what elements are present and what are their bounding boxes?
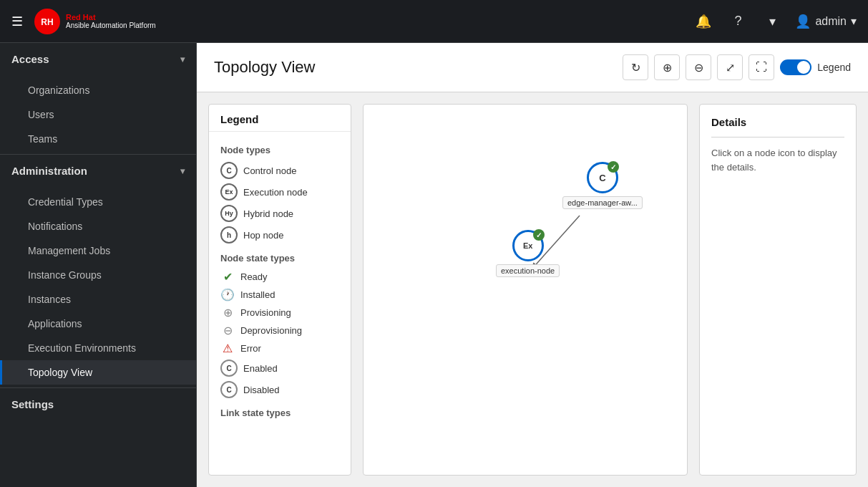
brand-text: Red Hat Ansible Automation Platform	[66, 13, 156, 29]
legend-control-label: Control node	[243, 165, 296, 176]
legend-node-badge-control: C	[220, 162, 238, 179]
page-title: Topology View	[214, 58, 315, 77]
brand-aap: Ansible Automation Platform	[66, 21, 156, 29]
legend-node-types-label: Node types	[220, 145, 339, 155]
details-title: Details	[711, 116, 844, 138]
legend-ready-label: Ready	[240, 271, 268, 282]
topnav-right: 🔔 ? ▾ 👤 admin ▾	[692, 10, 857, 33]
brand: RH Red Hat Ansible Automation Platform	[34, 9, 156, 34]
legend-node-badge-disabled: C	[220, 381, 238, 398]
legend-provisioning-label: Provisioning	[240, 307, 291, 318]
graph-svg	[364, 105, 687, 475]
sidebar-item-instances[interactable]: Instances	[0, 287, 196, 312]
access-items: Organizations Users Teams	[0, 75, 196, 154]
graph-area[interactable]: C ✓ edge-manager-aw... Ex ✓ execution-no…	[363, 104, 688, 476]
fit-icon: ⤢	[726, 61, 735, 74]
zoom-in-button[interactable]: ⊕	[654, 54, 680, 80]
execution-node[interactable]: Ex ✓ execution-node	[496, 230, 560, 277]
topnav-left: ☰ RH Red Hat Ansible Automation Platform	[11, 9, 692, 34]
error-icon: ⚠	[220, 342, 235, 355]
sidebar-item-management-jobs[interactable]: Management Jobs	[0, 238, 196, 263]
legend-enabled-label: Enabled	[243, 363, 278, 374]
execution-node-type: Ex	[523, 241, 532, 250]
sidebar-section-settings[interactable]: Settings	[0, 387, 196, 420]
sidebar-item-credential-types[interactable]: Credential Types	[0, 190, 196, 214]
legend-item-enabled: C Enabled	[220, 357, 339, 379]
administration-items: Credential Types Notifications Managemen…	[0, 187, 196, 387]
username: admin	[815, 15, 847, 28]
administration-chevron-icon: ▾	[180, 166, 185, 176]
legend-toggle: Legend	[780, 59, 851, 75]
legend-hybrid-label: Hybrid node	[243, 208, 293, 219]
legend-item-deprovisioning: ⊖ Deprovisioning	[220, 322, 339, 339]
topology-canvas: Legend Node types C Control node Ex Exec…	[197, 92, 868, 487]
sidebar-section-administration[interactable]: Administration ▾	[0, 154, 196, 187]
legend-item-execution: Ex Execution node	[220, 181, 339, 203]
page-toolbar: ↻ ⊕ ⊖ ⤢ ⛶ Legend	[623, 54, 851, 80]
fit-button[interactable]: ⤢	[717, 54, 743, 80]
legend-toggle-switch[interactable]	[780, 59, 811, 75]
deprovisioning-icon: ⊖	[220, 324, 235, 337]
legend-item-installed: 🕐 Installed	[220, 286, 339, 304]
control-node-type: C	[599, 173, 605, 183]
legend-hop-label: Hop node	[243, 230, 283, 241]
sidebar-item-topology-view[interactable]: Topology View	[0, 360, 196, 385]
expand-icon: ⛶	[756, 61, 767, 74]
legend-label: Legend	[817, 62, 851, 73]
legend-item-disabled: C Disabled	[220, 379, 339, 400]
execution-node-status-badge: ✓	[533, 229, 545, 241]
legend-installed-label: Installed	[240, 289, 275, 300]
sidebar-item-notifications[interactable]: Notifications	[0, 214, 196, 238]
hamburger-icon[interactable]: ☰	[11, 14, 23, 29]
legend-node-badge-execution: Ex	[220, 183, 238, 201]
legend-node-badge-hop: h	[220, 226, 238, 244]
page-header: Topology View ↻ ⊕ ⊖ ⤢ ⛶	[197, 43, 868, 92]
sidebar-item-organizations[interactable]: Organizations	[0, 78, 196, 102]
refresh-icon: ↻	[631, 61, 640, 74]
legend-item-provisioning: ⊕ Provisioning	[220, 304, 339, 322]
zoom-out-button[interactable]: ⊖	[686, 54, 711, 80]
legend-panel-body[interactable]: Node types C Control node Ex Execution n…	[209, 132, 351, 475]
sidebar-item-execution-environments[interactable]: Execution Environments	[0, 336, 196, 360]
execution-node-circle[interactable]: Ex ✓	[512, 230, 544, 261]
sidebar: Access ▾ Organizations Users Teams Admin…	[0, 43, 197, 487]
ready-icon: ✔	[220, 270, 235, 284]
zoom-in-icon: ⊕	[663, 61, 672, 74]
user-icon: 👤	[795, 14, 811, 29]
legend-execution-label: Execution node	[243, 187, 308, 198]
help-dropdown-icon[interactable]: ▾	[761, 10, 784, 33]
user-dropdown-icon: ▾	[851, 14, 857, 28]
zoom-out-icon: ⊖	[694, 61, 703, 74]
control-node-circle[interactable]: C ✓	[587, 162, 618, 193]
control-node-status-badge: ✓	[608, 161, 619, 173]
legend-item-ready: ✔ Ready	[220, 268, 339, 286]
control-node[interactable]: C ✓ edge-manager-aw...	[562, 162, 643, 209]
legend-item-hop: h Hop node	[220, 224, 339, 246]
sidebar-item-teams[interactable]: Teams	[0, 127, 196, 151]
svg-text:RH: RH	[41, 17, 53, 27]
user-menu[interactable]: 👤 admin ▾	[795, 14, 857, 29]
sidebar-section-access[interactable]: Access ▾	[0, 43, 196, 75]
brand-logo: RH	[34, 9, 60, 34]
details-panel: Details Click on a node icon to display …	[699, 104, 857, 476]
legend-panel: Legend Node types C Control node Ex Exec…	[208, 104, 351, 476]
sidebar-item-applications[interactable]: Applications	[0, 312, 196, 336]
control-node-label: edge-manager-aw...	[562, 196, 643, 209]
legend-item-hybrid: Hy Hybrid node	[220, 203, 339, 224]
help-icon[interactable]: ?	[726, 10, 749, 33]
legend-node-badge-hybrid: Hy	[220, 205, 238, 222]
sidebar-section-access-label: Access	[11, 53, 49, 65]
execution-node-label: execution-node	[496, 264, 560, 277]
legend-item-error: ⚠ Error	[220, 339, 339, 357]
legend-disabled-label: Disabled	[243, 385, 280, 395]
topnav: ☰ RH Red Hat Ansible Automation Platform…	[0, 0, 868, 43]
sidebar-item-users[interactable]: Users	[0, 102, 196, 127]
refresh-button[interactable]: ↻	[623, 54, 648, 80]
expand-button[interactable]: ⛶	[748, 54, 774, 80]
brand-redhat: Red Hat	[66, 13, 156, 21]
bell-icon[interactable]: 🔔	[692, 10, 715, 33]
legend-error-label: Error	[240, 343, 261, 354]
sidebar-section-settings-label: Settings	[11, 398, 54, 410]
sidebar-item-instance-groups[interactable]: Instance Groups	[0, 263, 196, 287]
sidebar-section-administration-label: Administration	[11, 165, 87, 177]
